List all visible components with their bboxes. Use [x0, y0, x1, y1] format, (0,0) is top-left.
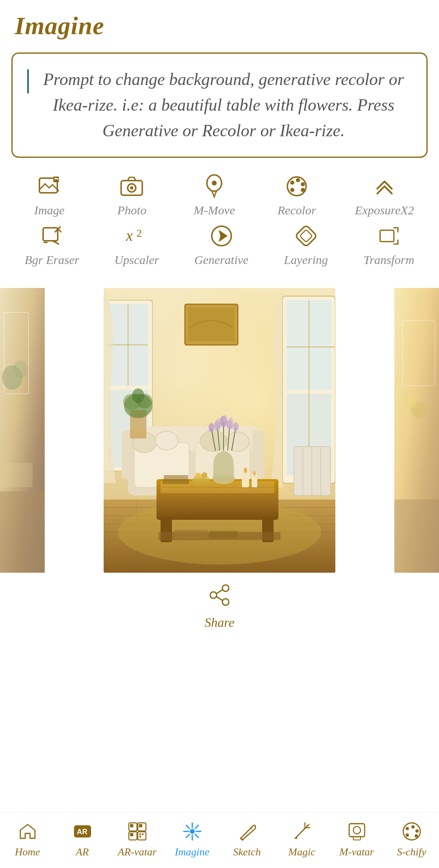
nav-item-home[interactable]: Home [7, 820, 48, 858]
image-icon [38, 172, 61, 200]
svg-point-156 [406, 827, 409, 830]
svg-text:2: 2 [137, 227, 142, 239]
tool-layering[interactable]: Layering [282, 222, 330, 267]
nav-mvatar-label: M-vatar [339, 846, 374, 858]
nav-item-ar-vatar[interactable]: AR-vatar [117, 820, 158, 858]
arvatar-icon [127, 820, 148, 843]
svg-rect-132 [130, 833, 133, 836]
svg-point-6 [212, 181, 217, 185]
svg-point-160 [406, 833, 409, 837]
svg-point-90 [209, 423, 214, 432]
share-label: Share [204, 615, 234, 630]
svg-point-10 [301, 182, 305, 186]
svg-point-93 [223, 415, 227, 421]
svg-line-140 [186, 825, 189, 829]
toolbar: Image Photo M-Move [0, 172, 439, 272]
svg-rect-96 [252, 474, 257, 487]
svg-point-69 [226, 432, 249, 451]
svg-text:x: x [126, 227, 133, 244]
svg-rect-129 [138, 832, 146, 840]
svg-point-100 [195, 473, 201, 478]
tool-exposurex2-label: ExposureX2 [355, 203, 414, 217]
svg-point-151 [304, 827, 306, 829]
svg-point-8 [290, 181, 294, 185]
tool-mmove-label: M-Move [193, 203, 235, 217]
svg-point-67 [155, 431, 178, 450]
svg-rect-109 [294, 447, 330, 495]
nav-item-imagine[interactable]: Imagine [172, 820, 213, 858]
tool-m-move[interactable]: M-Move [190, 172, 239, 217]
svg-point-98 [253, 471, 256, 476]
tool-bgreraser-label: Bgr Eraser [25, 253, 79, 267]
nav-item-ar[interactable]: AR AR [62, 820, 103, 858]
svg-point-119 [222, 585, 229, 591]
tool-upscaler-label: Upscaler [114, 253, 159, 267]
svg-point-157 [411, 825, 415, 829]
nav-sketch-label: Sketch [233, 846, 261, 858]
carousel-left[interactable] [0, 288, 45, 573]
svg-rect-79 [209, 531, 238, 538]
image-carousel [0, 288, 439, 573]
svg-point-159 [415, 834, 418, 837]
app-title: Imagine [15, 12, 104, 39]
svg-point-94 [229, 417, 233, 424]
nav-item-magic[interactable]: Magic [282, 820, 322, 858]
chevron-up-icon [373, 172, 396, 200]
tool-transform-label: Transform [363, 253, 414, 267]
schify-icon [402, 820, 422, 843]
imagine-icon [182, 820, 202, 843]
svg-rect-134 [142, 833, 143, 835]
svg-line-145 [241, 838, 243, 840]
svg-point-101 [202, 472, 207, 478]
svg-line-141 [195, 834, 198, 837]
nav-item-m-vatar[interactable]: M-vatar [337, 820, 377, 858]
tool-generative-label: Generative [194, 253, 248, 267]
svg-point-81 [212, 476, 235, 482]
main-image[interactable] [104, 288, 335, 573]
nav-imagine-label: Imagine [175, 846, 209, 858]
svg-point-108 [132, 388, 144, 403]
share-container[interactable]: Share [0, 584, 439, 630]
svg-point-11 [301, 188, 305, 192]
tool-photo[interactable]: Photo [107, 172, 156, 217]
ar-icon: AR [72, 820, 93, 843]
nav-item-s-chify[interactable]: S-chify [391, 820, 432, 858]
svg-point-12 [290, 188, 294, 192]
svg-rect-130 [130, 824, 133, 827]
svg-point-91 [233, 422, 239, 431]
prompt-placeholder: Prompt to change background, generative … [37, 67, 410, 144]
tool-transform[interactable]: Transform [363, 222, 414, 267]
svg-point-31 [13, 360, 28, 378]
svg-point-158 [415, 829, 419, 833]
svg-line-142 [195, 825, 198, 829]
svg-rect-24 [380, 230, 394, 242]
balloon-icon [203, 172, 226, 200]
svg-point-92 [217, 418, 221, 425]
svg-rect-103 [164, 475, 188, 480]
svg-rect-29 [0, 491, 45, 573]
tool-exposurex2[interactable]: ExposureX2 [355, 172, 414, 217]
tool-image-label: Image [34, 203, 65, 217]
svg-line-16 [59, 229, 61, 232]
svg-rect-135 [139, 836, 141, 837]
tool-bgr-eraser[interactable]: Bgr Eraser [25, 222, 79, 267]
svg-rect-95 [242, 471, 249, 487]
svg-rect-22 [295, 225, 317, 247]
svg-point-9 [296, 178, 300, 182]
svg-rect-23 [300, 229, 312, 242]
prompt-box[interactable]: Prompt to change background, generative … [11, 52, 428, 158]
tool-image[interactable]: Image [25, 172, 74, 217]
carousel-right[interactable] [394, 288, 439, 573]
tool-upscaler[interactable]: x 2 Upscaler [112, 222, 161, 267]
sketch-icon [237, 820, 257, 843]
bgr-eraser-icon [41, 222, 63, 250]
tool-recolor[interactable]: Recolor [272, 172, 321, 217]
tool-generative[interactable]: Generative [194, 222, 248, 267]
svg-point-117 [404, 396, 417, 408]
diamond-icon [294, 222, 318, 250]
svg-rect-133 [139, 833, 141, 835]
svg-rect-118 [394, 499, 439, 573]
nav-schify-label: S-chify [397, 846, 426, 858]
nav-item-sketch[interactable]: Sketch [227, 820, 267, 858]
svg-rect-13 [43, 228, 58, 241]
